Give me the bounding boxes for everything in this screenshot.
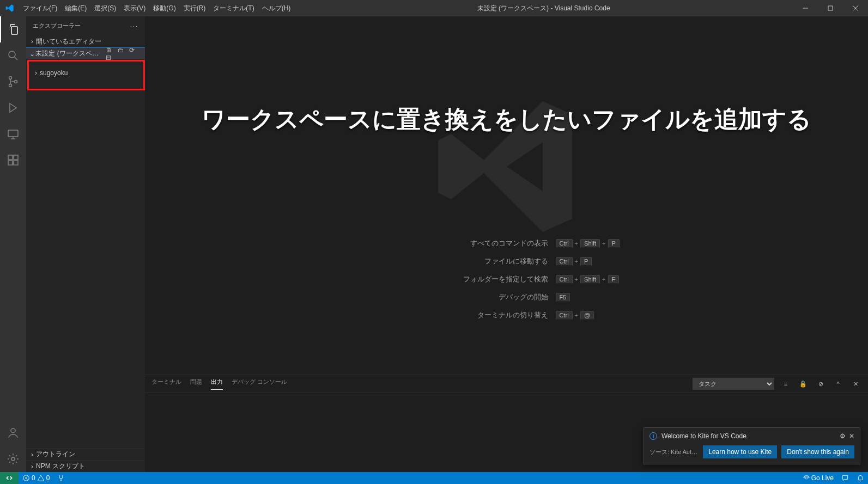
new-folder-icon[interactable]: 🗀: [116, 46, 126, 54]
key: Shift: [580, 275, 600, 284]
vscode-logo-icon: [0, 4, 19, 13]
menu-selection[interactable]: 選択(S): [90, 4, 120, 13]
panel-tab-debug-console[interactable]: デバッグ コンソール: [232, 378, 287, 390]
svg-rect-7: [8, 161, 13, 165]
panel-tab-output[interactable]: 出力: [211, 378, 223, 390]
menu-bar: ファイル(F) 編集(E) 選択(S) 表示(V) 移動(G) 実行(R) ター…: [19, 4, 294, 13]
panel-close-icon[interactable]: ✕: [849, 378, 861, 390]
maximize-button[interactable]: [818, 0, 843, 16]
keyboard-hints: すべてのコマンドの表示Ctrl+Shift+P ファイルに移動するCtrl+P …: [354, 234, 659, 324]
highlighted-folder-box: › sugoyoku: [27, 60, 145, 90]
workspace-actions: 🗎 🗀 ⟳ ⊟: [104, 46, 145, 62]
sidebar-header: エクスプローラー ···: [26, 16, 145, 35]
workspace-label: 未設定 (ワークスペース): [35, 49, 104, 58]
status-bell-icon[interactable]: [853, 472, 868, 484]
menu-run[interactable]: 実行(R): [180, 4, 210, 13]
explorer-sidebar: エクスプローラー ··· › 開いているエディター ⌄ 未設定 (ワークスペース…: [26, 16, 145, 472]
chevron-right-icon: ›: [32, 69, 40, 77]
source-control-icon[interactable]: [0, 69, 26, 95]
sidebar-title: エクスプローラー: [33, 22, 81, 30]
key: F: [608, 275, 620, 284]
more-icon[interactable]: ···: [130, 23, 138, 29]
new-file-icon[interactable]: 🗎: [104, 46, 114, 54]
learn-kite-button[interactable]: Learn how to use Kite: [703, 445, 777, 458]
svg-point-2: [9, 77, 12, 79]
panel-tab-problems[interactable]: 問題: [190, 378, 202, 390]
hint-row: ターミナルの切り替えCtrl+@: [354, 306, 659, 324]
dont-show-button[interactable]: Don't show this again: [781, 445, 854, 458]
output-channel-select[interactable]: タスク: [693, 378, 774, 390]
menu-edit[interactable]: 編集(E): [61, 4, 90, 13]
minimize-button[interactable]: [793, 0, 818, 16]
svg-point-10: [11, 428, 15, 433]
hint-row: フォルダーを指定して検索Ctrl+Shift+F: [354, 270, 659, 288]
npm-scripts-section[interactable]: › NPM スクリプト: [26, 460, 145, 472]
clear-icon[interactable]: ⊘: [815, 378, 827, 390]
refresh-icon[interactable]: ⟳: [128, 46, 136, 54]
menu-view[interactable]: 表示(V): [120, 4, 149, 13]
remote-explorer-icon[interactable]: [0, 121, 26, 147]
go-live-label: Go Live: [811, 474, 834, 482]
key: Ctrl: [556, 275, 573, 284]
menu-terminal[interactable]: ターミナル(T): [209, 4, 258, 13]
notification-source: ソース: Kite Autocomplete f...: [650, 448, 699, 456]
hint-row: ファイルに移動するCtrl+P: [354, 252, 659, 270]
svg-point-1: [9, 51, 15, 58]
svg-point-11: [11, 457, 15, 461]
svg-point-3: [9, 84, 12, 87]
key: Ctrl: [556, 257, 573, 266]
key: Ctrl: [556, 239, 573, 248]
svg-point-13: [805, 477, 808, 479]
titlebar: ファイル(F) 編集(E) 選択(S) 表示(V) 移動(G) 実行(R) ター…: [0, 0, 868, 16]
key: Shift: [580, 239, 600, 248]
workspace-section[interactable]: ⌄ 未設定 (ワークスペース) 🗎 🗀 ⟳ ⊟: [26, 47, 145, 59]
search-icon[interactable]: [0, 42, 26, 69]
hint-label: ファイルに移動する: [354, 256, 556, 266]
status-port-icon[interactable]: [53, 472, 69, 484]
svg-rect-0: [828, 6, 833, 10]
folder-name: sugoyoku: [40, 69, 68, 77]
error-count: 0: [32, 474, 35, 482]
notification-close-icon[interactable]: ✕: [849, 432, 854, 440]
welcome-screen: ワークスペースに置き換えをしたいファイルを追加する すべてのコマンドの表示Ctr…: [145, 16, 868, 375]
panel-tab-terminal[interactable]: ターミナル: [151, 378, 181, 390]
panel-header: ターミナル 問題 出力 デバッグ コンソール タスク ≡ 🔓 ⊘ ^ ✕: [145, 375, 868, 393]
lock-icon[interactable]: 🔓: [797, 378, 809, 390]
menu-file[interactable]: ファイル(F): [19, 4, 61, 13]
menu-help[interactable]: ヘルプ(H): [258, 4, 295, 13]
remote-indicator[interactable]: [0, 472, 19, 484]
run-debug-icon[interactable]: [0, 95, 26, 121]
chevron-right-icon: ›: [28, 451, 36, 458]
extensions-icon[interactable]: [0, 147, 26, 173]
key: Ctrl: [556, 311, 573, 320]
hint-row: デバッグの開始F5: [354, 288, 659, 306]
chevron-right-icon: ›: [28, 38, 36, 45]
status-feedback-icon[interactable]: [837, 472, 853, 484]
panel-maximize-icon[interactable]: ^: [832, 378, 844, 390]
svg-rect-5: [8, 130, 18, 137]
hint-label: ターミナルの切り替え: [354, 310, 556, 320]
chevron-right-icon: ›: [28, 463, 36, 470]
notification-gear-icon[interactable]: ⚙: [836, 432, 849, 440]
info-icon: i: [650, 432, 657, 440]
close-button[interactable]: [843, 0, 868, 16]
status-go-live[interactable]: Go Live: [799, 472, 837, 484]
settings-gear-icon[interactable]: [0, 446, 26, 472]
npm-scripts-label: NPM スクリプト: [36, 462, 85, 471]
word-wrap-icon[interactable]: ≡: [780, 378, 792, 390]
key: F5: [556, 293, 570, 302]
status-errors[interactable]: 0 0: [19, 472, 53, 484]
menu-go[interactable]: 移動(G): [149, 4, 179, 13]
accounts-icon[interactable]: [0, 420, 26, 446]
open-editors-label: 開いているエディター: [36, 37, 101, 46]
editor-area: ワークスペースに置き換えをしたいファイルを追加する すべてのコマンドの表示Ctr…: [145, 16, 868, 472]
window-title: 未設定 (ワークスペース) - Visual Studio Code: [294, 4, 793, 13]
explorer-icon[interactable]: [0, 16, 26, 42]
hint-label: すべてのコマンドの表示: [354, 238, 556, 248]
folder-row[interactable]: › sugoyoku: [32, 69, 68, 77]
hint-row: すべてのコマンドの表示Ctrl+Shift+P: [354, 234, 659, 252]
notification-title: Welcome to Kite for VS Code: [661, 432, 836, 440]
hint-label: フォルダーを指定して検索: [354, 274, 556, 284]
svg-point-4: [15, 81, 17, 83]
outline-section[interactable]: › アウトライン: [26, 448, 145, 460]
